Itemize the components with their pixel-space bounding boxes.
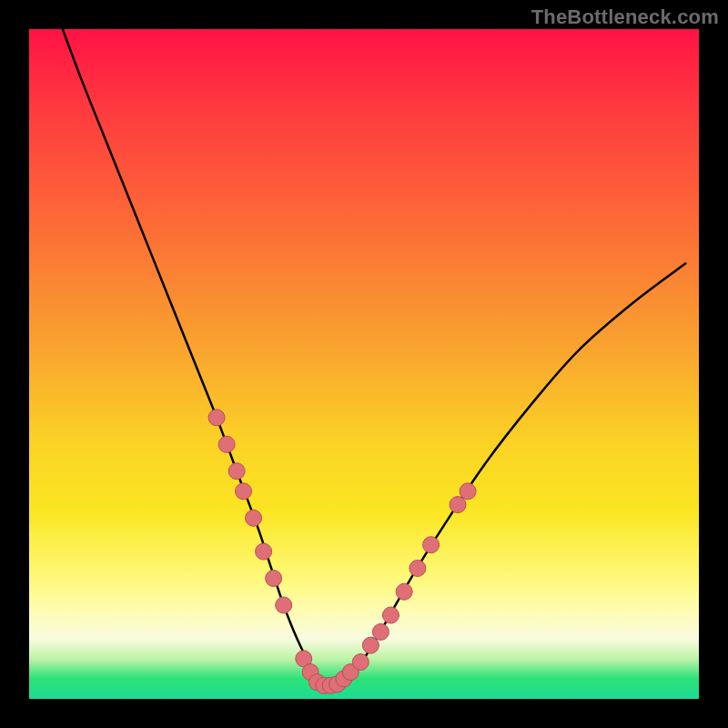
- curve-marker: [423, 537, 440, 553]
- curve-marker: [450, 497, 466, 513]
- chart-frame: TheBottleneck.com: [0, 0, 728, 728]
- curve-marker: [362, 637, 379, 653]
- plot-area: [29, 29, 699, 699]
- curve-marker: [218, 436, 235, 452]
- curve-marker: [410, 560, 426, 576]
- curve-marker: [256, 543, 272, 560]
- curve-marker: [246, 510, 262, 526]
- curve-marker: [276, 597, 292, 613]
- curve-marker: [372, 623, 389, 640]
- curve-markers: [208, 410, 476, 693]
- watermark-text: TheBottleneck.com: [531, 5, 719, 29]
- bottleneck-curve: [63, 29, 685, 687]
- curve-marker: [460, 483, 476, 500]
- curve-marker: [228, 463, 245, 480]
- curve-marker: [236, 483, 252, 500]
- curve-marker: [208, 410, 225, 426]
- curve-marker: [382, 607, 399, 623]
- curve-marker: [266, 571, 282, 587]
- curve-marker: [352, 654, 369, 671]
- curve-marker: [396, 583, 412, 600]
- curve-svg: [29, 29, 699, 699]
